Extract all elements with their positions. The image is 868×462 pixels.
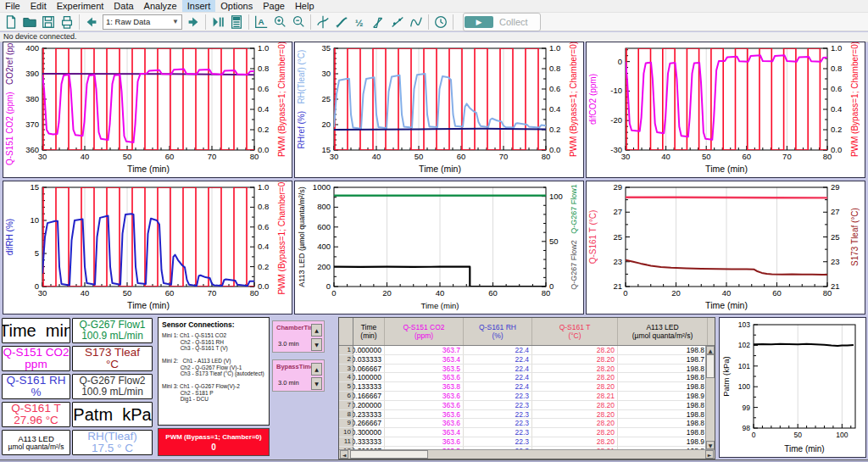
- column-header-q-s151-co2[interactable]: Q-S151 CO2(ppm): [385, 318, 464, 345]
- chambertime-increment-button[interactable]: ▲: [311, 324, 322, 337]
- table-cell[interactable]: 363.7: [385, 346, 464, 354]
- menu-item-data[interactable]: Data: [108, 0, 138, 12]
- table-cell[interactable]: 198.9: [618, 392, 705, 400]
- table-cell[interactable]: 0.333333: [353, 437, 385, 446]
- horizontal-scroll-thumb[interactable]: [350, 450, 428, 459]
- control-chambertime[interactable]: ChamberTime3.0 min▲▼: [272, 320, 325, 353]
- collect-button[interactable]: ▶ Collect: [463, 13, 541, 31]
- scroll-down-icon[interactable]: ▼: [706, 441, 715, 449]
- table-row[interactable]: 30.066667363.522.428.20198.8: [339, 365, 705, 374]
- curve-fit-icon[interactable]: [407, 14, 426, 31]
- table-cell[interactable]: 0.233333: [353, 410, 385, 419]
- bypasstime-decrement-button[interactable]: ▼: [311, 377, 322, 390]
- table-cell[interactable]: 22.3: [464, 401, 532, 409]
- statistics-icon[interactable]: ½: [351, 14, 370, 31]
- pwm-indicator[interactable]: PWM (Bypass=1; Chamber=0) 0: [158, 428, 270, 456]
- table-cell[interactable]: 0.200000: [353, 401, 385, 409]
- table-row[interactable]: 100.300000363.422.328.20198.8: [339, 428, 705, 437]
- table-cell[interactable]: 28.20: [532, 428, 618, 437]
- table-cell[interactable]: 22.4: [464, 382, 532, 391]
- data-table-icon[interactable]: [227, 14, 246, 31]
- table-cell[interactable]: 363.8: [385, 382, 464, 391]
- table-cell[interactable]: 363.6: [385, 410, 464, 419]
- table-cell[interactable]: 22.3: [464, 437, 532, 446]
- table-cell[interactable]: 198.9: [618, 437, 705, 446]
- table-cell[interactable]: 22.3: [464, 419, 532, 427]
- table-row[interactable]: 10.000000363.722.428.20198.8: [339, 346, 705, 355]
- table-row[interactable]: 20.033333363.422.428.20198.7: [339, 355, 705, 365]
- menu-item-edit[interactable]: Edit: [25, 0, 52, 12]
- table-row[interactable]: 70.200000363.622.328.20198.8: [339, 401, 705, 410]
- tangent-icon[interactable]: [332, 14, 351, 31]
- table-cell[interactable]: 198.8: [618, 365, 705, 373]
- table-cell[interactable]: 28.20: [532, 401, 618, 409]
- table-cell[interactable]: 363.6: [385, 392, 464, 400]
- table-cell[interactable]: 28.20: [532, 382, 618, 391]
- column-header-q-s161-rh[interactable]: Q-S161 RH(%): [464, 318, 532, 345]
- table-cell[interactable]: 363.5: [385, 365, 464, 373]
- table-cell[interactable]: 28.20: [532, 373, 618, 381]
- scroll-up-icon[interactable]: ▲: [706, 346, 715, 354]
- table-cell[interactable]: 0.133333: [353, 382, 385, 391]
- table-cell[interactable]: 363.6: [385, 419, 464, 427]
- scroll-left-icon[interactable]: ◄: [340, 450, 348, 459]
- control-bypasstime[interactable]: BypassTime3.0 min▲▼: [272, 359, 325, 392]
- table-cell[interactable]: 22.4: [464, 365, 532, 373]
- chart-rh[interactable]: 15202530350.00.20.40.60.81.0304050607080…: [294, 42, 584, 178]
- back-arrow-icon[interactable]: [82, 14, 101, 31]
- table-cell[interactable]: 198.8: [618, 419, 705, 427]
- menu-item-file[interactable]: File: [0, 0, 25, 12]
- new-file-icon[interactable]: [2, 14, 20, 31]
- print-icon[interactable]: [58, 14, 76, 31]
- scroll-right-icon[interactable]: ►: [705, 450, 714, 459]
- vertical-scroll-thumb[interactable]: [706, 354, 715, 378]
- chart-led-flow[interactable]: 02004006008001000050100020406080A113 LED…: [294, 181, 584, 314]
- autoscale-icon[interactable]: A: [252, 14, 270, 31]
- meter-flow1[interactable]: Q-G267 Flow1100.9 mL/min: [72, 318, 153, 343]
- chart-temperature[interactable]: 21232527292123252729020406080Q-S161 T (°…: [586, 181, 865, 314]
- table-row[interactable]: 40.100000363.622.428.20198.8: [339, 373, 705, 382]
- integral-icon[interactable]: [370, 14, 388, 31]
- chambertime-decrement-button[interactable]: ▼: [311, 338, 322, 351]
- next-page-icon[interactable]: [209, 14, 227, 31]
- meter-rh[interactable]: Q-S161 RH%: [2, 374, 70, 399]
- table-cell[interactable]: 363.6: [385, 401, 464, 409]
- table-cell[interactable]: 28.20: [532, 355, 618, 364]
- table-row[interactable]: 60.166667363.622.328.21198.9: [339, 392, 705, 401]
- vertical-scrollbar[interactable]: ▲ ▼: [705, 346, 715, 449]
- table-cell[interactable]: 22.4: [464, 346, 532, 354]
- open-folder-icon[interactable]: [20, 14, 39, 31]
- table-row[interactable]: 80.233333363.622.328.20198.8: [339, 410, 705, 420]
- table-cell[interactable]: 28.21: [532, 392, 618, 400]
- table-cell[interactable]: 198.8: [618, 428, 705, 437]
- table-cell[interactable]: 0.000000: [353, 346, 385, 354]
- table-cell[interactable]: 22.3: [464, 410, 532, 419]
- table-row[interactable]: 110.333333363.622.328.20198.9: [339, 437, 705, 447]
- table-cell[interactable]: 0.266667: [353, 419, 385, 427]
- table-cell[interactable]: 28.20: [532, 419, 618, 427]
- zoom-out-icon[interactable]: [289, 14, 308, 31]
- table-cell[interactable]: 22.3: [464, 392, 532, 400]
- table-cell[interactable]: 22.4: [464, 355, 532, 364]
- meter-patm[interactable]: Patm kPa: [72, 402, 153, 427]
- zoom-in-icon[interactable]: [270, 14, 289, 31]
- menu-item-experiment[interactable]: Experiment: [52, 0, 109, 12]
- linear-fit-icon[interactable]: [388, 14, 407, 31]
- bypasstime-increment-button[interactable]: ▲: [311, 363, 322, 376]
- table-cell[interactable]: 0.033333: [353, 355, 385, 364]
- chart-difco2[interactable]: -30-20-1000.00.20.40.60.81.0304050607080…: [586, 42, 865, 178]
- table-cell[interactable]: 363.4: [385, 355, 464, 364]
- table-cell[interactable]: 198.8: [618, 401, 705, 409]
- table-cell[interactable]: 198.8: [618, 410, 705, 419]
- clock-icon[interactable]: [431, 14, 450, 31]
- table-cell[interactable]: 28.20: [532, 365, 618, 373]
- meter-flow2[interactable]: Q-G267 Flow2100.9 mL/min: [72, 374, 153, 399]
- table-cell[interactable]: 198.8: [618, 373, 705, 381]
- table-row[interactable]: 50.133333363.822.428.20198.8: [339, 382, 705, 392]
- column-header-q-s161-t[interactable]: Q-S161 T(°C): [532, 318, 618, 345]
- chart-patm[interactable]: 9899100101102103050100Patm (kPa)Time (mi…: [719, 317, 866, 458]
- table-cell[interactable]: 22.4: [464, 373, 532, 381]
- data-table[interactable]: Time(min)Q-S151 CO2(ppm)Q-S161 RH(%)Q-S1…: [338, 317, 715, 459]
- table-row[interactable]: 90.266667363.622.328.20198.8: [339, 419, 705, 428]
- menu-item-analyze[interactable]: Analyze: [139, 0, 182, 12]
